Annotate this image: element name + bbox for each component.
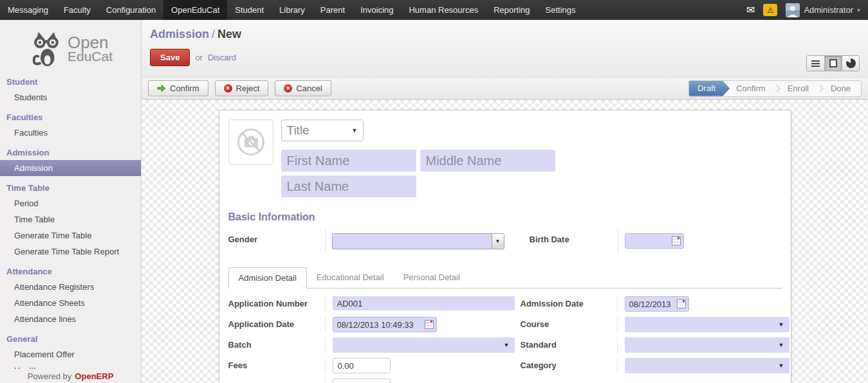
sidebar-section-time-table: Time Table xyxy=(0,181,141,195)
birth-date-input[interactable] xyxy=(625,233,684,249)
application-number-input[interactable] xyxy=(333,296,515,310)
discard-link[interactable]: Discard xyxy=(208,53,236,62)
sidebar-item-students[interactable]: Students xyxy=(0,89,141,105)
calendar-icon[interactable] xyxy=(672,236,681,245)
topbar-item-openeducat[interactable]: OpenEduCat xyxy=(163,0,227,20)
top-menubar: Messaging Faculty Configuration OpenEduC… xyxy=(0,0,868,20)
view-header: Admission/New Save or Discard xyxy=(142,20,868,77)
topbar-item-library[interactable]: Library xyxy=(272,0,313,20)
form-canvas: Title ▼ xyxy=(142,100,868,383)
application-date-text[interactable] xyxy=(337,320,422,330)
last-name-input[interactable] xyxy=(281,175,416,197)
student-photo-upload[interactable] xyxy=(228,120,273,165)
reject-button[interactable]: ✕ Reject xyxy=(215,80,269,96)
graph-view-icon xyxy=(846,58,856,68)
calendar-icon[interactable] xyxy=(425,320,434,329)
course-select[interactable]: ▼ xyxy=(625,317,790,332)
sidebar-section-attendance: Attendance xyxy=(0,265,141,279)
sidebar-item-faculties[interactable]: Faculties xyxy=(0,125,141,141)
status-step-enroll: Enroll xyxy=(777,81,819,96)
calendar-icon[interactable] xyxy=(677,299,686,308)
app-window: Messaging Faculty Configuration OpenEduC… xyxy=(0,0,868,383)
list-view-button[interactable] xyxy=(807,56,824,71)
caret-down-icon: ▼ xyxy=(504,342,510,348)
graph-view-button[interactable] xyxy=(842,56,859,71)
openerp-brand-link[interactable]: OpenERP xyxy=(75,371,113,381)
cancel-button[interactable]: ✕ Cancel xyxy=(275,80,331,96)
reject-button-label: Reject xyxy=(236,84,260,93)
birth-date-text[interactable] xyxy=(629,236,669,246)
sidebar-item-attendance-lines[interactable]: Attendance lines xyxy=(0,311,141,327)
topbar-item-messaging[interactable]: Messaging xyxy=(0,0,56,20)
green-arrow-icon xyxy=(157,84,166,93)
topbar-item-human-resources[interactable]: Human Resources xyxy=(401,0,486,20)
confirm-button[interactable]: Confirm xyxy=(148,80,208,96)
status-step-confirm: Confirm xyxy=(726,81,776,96)
breadcrumb-admission-link[interactable]: Admission xyxy=(150,28,209,40)
title-select[interactable]: Title ▼ xyxy=(281,120,364,141)
sidebar-section-student: Student xyxy=(0,75,141,89)
due-date-input[interactable] xyxy=(333,379,391,383)
tab-educational-detail[interactable]: Educational Detail xyxy=(307,267,394,288)
admission-date-input[interactable] xyxy=(625,296,689,312)
sidebar-item-generate-time-table-report[interactable]: Generate Time Table Report xyxy=(0,244,141,260)
sidebar-item-period[interactable]: Period xyxy=(0,195,141,211)
application-date-label: Application Date xyxy=(228,317,325,332)
breadcrumb-separator: / xyxy=(209,28,217,40)
application-date-input[interactable] xyxy=(333,317,437,332)
application-number-label: Application Number xyxy=(228,296,325,312)
topbar-item-parent[interactable]: Parent xyxy=(313,0,353,20)
fees-label: Fees xyxy=(228,358,325,373)
red-cross-icon: ✕ xyxy=(284,84,292,93)
sidebar: Open EduCat Student Students Faculties F… xyxy=(0,20,142,383)
topbar-item-faculty[interactable]: Faculty xyxy=(56,0,98,20)
title-select-value: Title xyxy=(287,123,309,138)
fees-input[interactable] xyxy=(333,358,391,373)
topbar-item-settings[interactable]: Settings xyxy=(538,0,584,20)
caret-down-icon: ▼ xyxy=(352,127,358,134)
topbar-item-reporting[interactable]: Reporting xyxy=(486,0,537,20)
standard-select[interactable]: ▼ xyxy=(625,337,790,353)
admission-date-text[interactable] xyxy=(629,299,674,309)
openeducat-logo: Open EduCat xyxy=(5,28,136,70)
tab-admision-detail[interactable]: Admision Detail xyxy=(228,267,307,289)
user-menu[interactable]: Administrator ▾ xyxy=(786,3,860,17)
status-bar: Draft Confirm Enroll Done xyxy=(688,80,862,97)
sidebar-item-attendance-sheets[interactable]: Attendance Sheets xyxy=(0,295,141,311)
form-toolbar: Confirm ✕ Reject ✕ Cancel Draft Confirm … xyxy=(142,77,868,100)
tab-personal-detail[interactable]: Personal Detail xyxy=(394,267,470,288)
messages-envelope-icon[interactable]: ✉ xyxy=(746,5,755,15)
warning-badge-icon[interactable]: ⚠ xyxy=(763,4,777,16)
topbar-item-student[interactable]: Student xyxy=(227,0,272,20)
sidebar-item-generate-time-table[interactable]: Generate Time Table xyxy=(0,227,141,244)
sidebar-item-placement-offer[interactable]: Placement Offer xyxy=(0,346,141,362)
basic-information-heading: Basic Information xyxy=(228,211,782,223)
category-select[interactable]: ▼ xyxy=(625,358,790,373)
batch-select[interactable]: ▼ xyxy=(333,337,515,353)
sidebar-section-general: General xyxy=(0,332,141,346)
openeducat-cat-icon xyxy=(28,30,63,68)
breadcrumb: Admission/New xyxy=(142,20,868,41)
gender-select-button[interactable]: ▼ xyxy=(492,234,504,249)
form-sheet: Title ▼ xyxy=(219,110,791,383)
caret-down-icon: ▼ xyxy=(779,362,784,369)
form-view-icon xyxy=(829,59,837,67)
sidebar-section-admission: Admission xyxy=(0,146,141,160)
first-name-input[interactable] xyxy=(281,150,416,172)
sidebar-item-admission[interactable]: Admission xyxy=(0,160,141,176)
sidebar-item-time-table[interactable]: Time Table xyxy=(0,211,141,227)
gender-select[interactable]: ▼ xyxy=(332,233,504,249)
chevron-down-icon: ▾ xyxy=(857,6,860,13)
topbar-item-invoicing[interactable]: Invoicing xyxy=(353,0,401,20)
middle-name-input[interactable] xyxy=(420,150,555,172)
user-name: Administrator xyxy=(804,5,853,15)
confirm-button-label: Confirm xyxy=(170,84,199,93)
form-view-button[interactable] xyxy=(824,56,842,71)
status-step-draft: Draft xyxy=(689,81,730,96)
powered-by-footer: Powered by OpenERP xyxy=(0,369,141,383)
topbar-item-configuration[interactable]: Configuration xyxy=(98,0,163,20)
sidebar-section-faculties: Faculties xyxy=(0,111,141,125)
sidebar-item-attendance-registers[interactable]: Attendance Registers xyxy=(0,279,141,295)
save-button[interactable]: Save xyxy=(150,49,190,66)
user-avatar xyxy=(786,3,800,17)
